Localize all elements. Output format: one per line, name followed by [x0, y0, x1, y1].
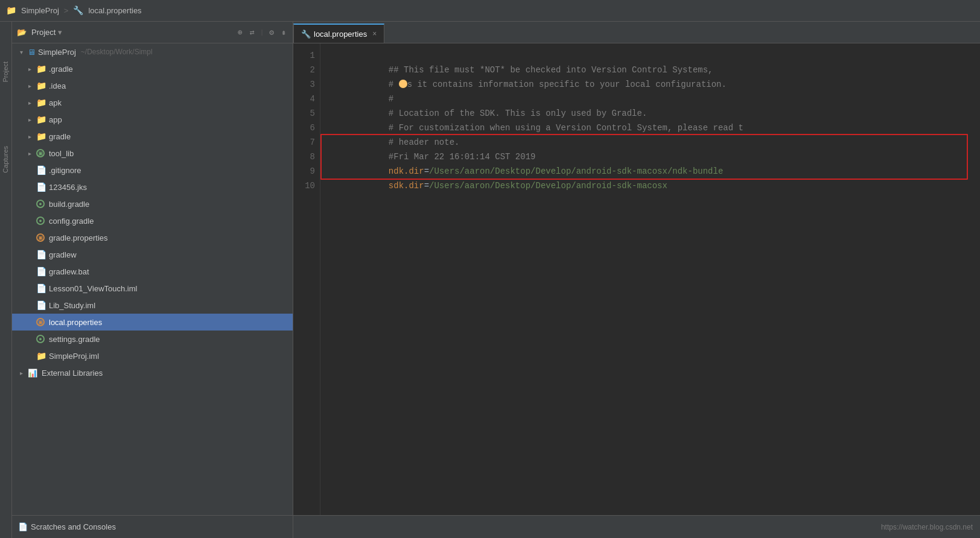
line1-text: ## This file must *NOT* be checked into … [389, 65, 713, 75]
folder-icon: 📁 [36, 64, 46, 74]
scratches-icon: 📄 [18, 522, 28, 532]
editor-area: 🔧 local.properties × 1 2 3 4 5 6 7 8 9 1… [293, 22, 980, 538]
sidebar-item-config-gradle[interactable]: ● config.gradle [12, 212, 293, 229]
scratches-label[interactable]: Scratches and Consoles [31, 522, 116, 531]
sidebar-header: 📂 Project ▾ ⊕ ⇄ | ⚙ ⇞ [12, 22, 293, 43]
sidebar-folder-icon: 📂 [17, 28, 27, 37]
sidebar-item-app-folder[interactable]: 📁 app [12, 111, 293, 128]
title-bar: 📁 SimpleProj > 🔧 local.properties [0, 0, 980, 22]
settings-gradle-icon: ● [36, 335, 45, 343]
sidebar-item-lib-iml[interactable]: 📄 Lib_Study.iml [12, 297, 293, 314]
ext-lib-icon: 📊 [28, 369, 37, 378]
root-arrow [17, 49, 25, 55]
gradle-props-icon: ▣ [36, 233, 45, 242]
project-dropdown-arrow[interactable]: ▾ [58, 28, 62, 37]
line7-text: #Fri Mar 22 16:01:14 CST 2019 [389, 152, 536, 162]
lightbulb-icon [399, 80, 407, 88]
line9-val: /Users/aaron/Desktop/Develop/android-sdk… [429, 181, 667, 191]
lesson-iml-icon: 📄 [36, 283, 46, 293]
sidebar-item-build-gradle[interactable]: ● build.gradle [12, 195, 293, 212]
line8-val: /Users/aaron/Desktop/Develop/android-sdk… [429, 166, 723, 176]
build-gradle-label: build.gradle [49, 200, 89, 209]
tool-lib-arrow [25, 150, 34, 157]
title-separator: > [64, 6, 69, 15]
code-line-4: # Location of the SDK. This is only used… [328, 92, 973, 106]
local-props-label: local.properties [49, 318, 102, 327]
sidebar-item-apk-folder[interactable]: 📁 apk [12, 94, 293, 111]
code-wrapper[interactable]: ## This file must *NOT* be checked into … [320, 43, 980, 515]
idea-folder-label: .idea [49, 81, 66, 90]
line-num-3: 3 [293, 77, 315, 92]
line9-eq: = [424, 181, 429, 191]
simpleproj-iml-label: SimpleProj.iml [49, 352, 99, 361]
far-left-tabs: Project Captures [0, 22, 12, 538]
settings-gradle-label: settings.gradle [49, 335, 100, 344]
idea-folder-icon: 📁 [36, 81, 46, 90]
line2-text: # [389, 80, 399, 89]
sidebar-item-gradle-properties[interactable]: ▣ gradle.properties [12, 229, 293, 246]
sidebar-item-simpleproj-iml[interactable]: 📁 SimpleProj.iml [12, 347, 293, 364]
gradlew-icon: 📄 [36, 250, 46, 259]
sidebar-item-gradlew[interactable]: 📄 gradlew [12, 246, 293, 263]
main-layout: Project Captures 📂 Project ▾ ⊕ ⇄ | ⚙ ⇞ 🖥 [0, 22, 980, 538]
local-props-icon: ▣ [36, 318, 45, 326]
line2-text2: s it contains information specific to yo… [407, 80, 727, 89]
tab-label: local.properties [314, 30, 367, 39]
sidebar-item-tool-lib-folder[interactable]: ▣ tool_lib [12, 145, 293, 162]
tool-lib-icon: ▣ [36, 149, 45, 157]
sidebar-item-gitignore[interactable]: 📄 .gitignore [12, 162, 293, 179]
app-folder-label: app [49, 115, 62, 124]
editor-tab-local-properties[interactable]: 🔧 local.properties × [293, 24, 384, 43]
gitignore-label: .gitignore [49, 166, 81, 175]
gradlew-bat-label: gradlew.bat [49, 267, 89, 276]
sidebar-item-lesson-iml[interactable]: 📄 Lesson01_ViewTouch.iml [12, 280, 293, 297]
line-num-10: 10 [293, 179, 315, 193]
jks-label: 123456.jks [49, 183, 87, 192]
sidebar-item-jks[interactable]: 📄 123456.jks [12, 179, 293, 195]
lib-iml-icon: 📄 [36, 300, 46, 310]
sidebar-item-settings-gradle[interactable]: ● settings.gradle [12, 331, 293, 347]
line-num-1: 1 [293, 48, 315, 63]
lesson-iml-label: Lesson01_ViewTouch.iml [49, 284, 137, 293]
sidebar-title: Project ▾ [31, 28, 62, 37]
tree-root-item[interactable]: 🖥 SimpleProj ~/Desktop/Work/Simpl [12, 43, 293, 60]
gradlew-bat-icon: 📄 [36, 267, 46, 276]
line8-key: ndk.dir [389, 166, 424, 176]
collapse-icon[interactable]: ⇞ [279, 27, 288, 39]
ext-lib-arrow [17, 370, 25, 376]
sidebar-tree[interactable]: 🖥 SimpleProj ~/Desktop/Work/Simpl 📁 .gra… [12, 43, 293, 515]
simpleproj-iml-icon: 📁 [36, 351, 46, 361]
sync-icon[interactable]: ⇄ [248, 27, 256, 39]
line9-key: sdk.dir [389, 181, 424, 191]
root-project-name: SimpleProj [38, 48, 76, 57]
sidebar-item-gradlew-bat[interactable]: 📄 gradlew.bat [12, 263, 293, 280]
editor-tabs: 🔧 local.properties × [293, 22, 980, 43]
gitignore-icon: 📄 [36, 165, 46, 175]
locate-icon[interactable]: ⊕ [236, 27, 244, 39]
gradlew-label: gradlew [49, 250, 77, 259]
settings-icon[interactable]: ⚙ [267, 27, 276, 39]
sidebar-item-idea-folder[interactable]: 📁 .idea [12, 77, 293, 94]
line-num-6: 6 [293, 121, 315, 135]
apk-folder-label: apk [49, 98, 62, 107]
gradle-folder-label: .gradle [49, 65, 73, 74]
line3-text: # [389, 94, 393, 104]
sidebar-item-gradle2-folder[interactable]: 📁 gradle [12, 128, 293, 145]
vertical-tab-captures[interactable]: Captures [0, 142, 11, 177]
bottom-url: https://watcher.blog.csdn.net [881, 523, 973, 531]
line-num-9: 9 [293, 164, 315, 179]
title-file-name: local.properties [88, 6, 141, 15]
gradle2-folder-icon: 📁 [36, 131, 46, 141]
sidebar-item-gradle-folder[interactable]: 📁 .gradle [12, 60, 293, 77]
line8-eq: = [424, 166, 429, 176]
apk-folder-arrow [25, 100, 34, 106]
root-project-icon: 🖥 [28, 48, 36, 57]
vertical-tab-project[interactable]: Project [0, 58, 11, 86]
code-line-1: ## This file must *NOT* be checked into … [328, 48, 973, 63]
project-icon: 📁 [6, 5, 16, 16]
ext-lib-label: External Libraries [42, 369, 103, 378]
gradle2-folder-label: gradle [49, 132, 71, 141]
tab-close-button[interactable]: × [372, 30, 377, 38]
sidebar-item-local-properties[interactable]: ▣ local.properties [12, 314, 293, 331]
sidebar-item-external-libraries[interactable]: 📊 External Libraries [12, 364, 293, 381]
